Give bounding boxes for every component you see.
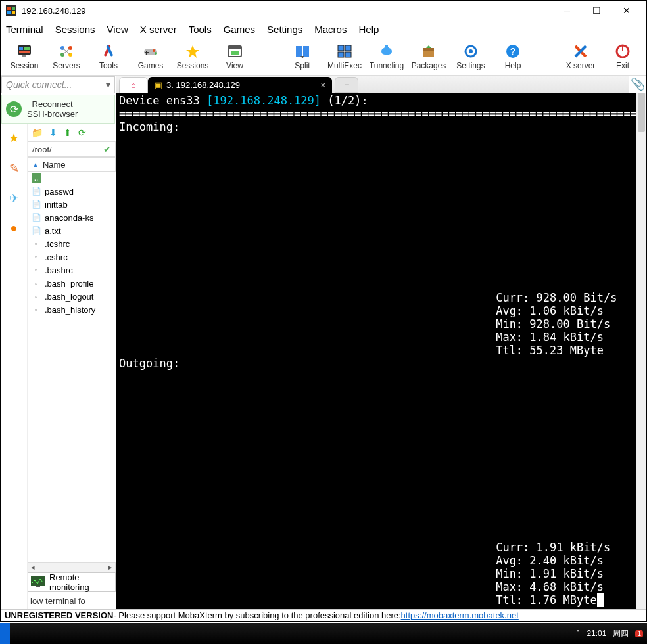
tb-split[interactable]: Split [284, 43, 321, 70]
list-item[interactable]: .... [28, 172, 116, 185]
tb-servers[interactable]: Servers [48, 43, 85, 70]
tunnel-icon [379, 43, 395, 60]
toolbar: Session Servers Tools Games Sessions Vie… [1, 37, 646, 76]
menu-tools[interactable]: Tools [189, 24, 212, 35]
terminal-scrollbar[interactable] [636, 93, 646, 609]
subscribe-link[interactable]: https://mobaxterm.mobatek.net [401, 610, 519, 620]
new-tab-button[interactable]: ＋ [335, 77, 358, 93]
list-item[interactable]: ▫.bash_history [28, 303, 116, 316]
paperclip-icon[interactable]: 📎 [629, 76, 646, 93]
window-title: 192.168.248.129 [22, 6, 552, 16]
menu-sessions[interactable]: Sessions [55, 24, 95, 35]
file-icon: ▫ [32, 305, 41, 314]
minimize-button[interactable]: ─ [552, 1, 582, 20]
svg-point-20 [155, 52, 157, 55]
file-icon: 📄 [32, 187, 41, 196]
svg-point-19 [153, 49, 155, 52]
check-icon: ✔ [103, 144, 111, 154]
list-item[interactable]: ▫.bashrc [28, 264, 116, 277]
macros-tab-icon[interactable]: ✈ [9, 191, 19, 206]
tb-multiexec[interactable]: MultiExec [326, 43, 363, 70]
h-scrollbar[interactable]: ◂▸ [28, 562, 116, 572]
list-item[interactable]: ▫.bash_logout [28, 290, 116, 303]
menu-help[interactable]: Help [358, 24, 379, 35]
terminal-tab[interactable]: ▣ 3. 192.168.248.129 × [148, 77, 332, 93]
terminal-area: ⌂ ▣ 3. 192.168.248.129 × ＋ 📎 Device ens3… [116, 76, 646, 609]
list-item[interactable]: 📄passwd [28, 185, 116, 198]
svg-rect-28 [303, 46, 309, 57]
remote-monitoring-button[interactable]: Remote monitoring [28, 572, 116, 592]
terminal-output[interactable]: Device ens33 [192.168.248.129] (1/2): ==… [116, 93, 646, 609]
date: 周四 [613, 628, 629, 639]
svg-rect-4 [12, 11, 15, 14]
help-icon: ? [505, 43, 521, 60]
close-tab-icon[interactable]: × [320, 80, 325, 90]
gear-icon [463, 43, 479, 60]
svg-rect-33 [345, 52, 351, 57]
list-item[interactable]: 📄anaconda-ks [28, 211, 116, 224]
gamepad-icon [143, 43, 158, 60]
svg-rect-48 [31, 576, 45, 586]
tb-xserver[interactable]: X server [562, 43, 599, 70]
sftp-tab-icon[interactable]: ● [11, 221, 18, 235]
menu-view[interactable]: View [107, 24, 128, 35]
menu-xserver[interactable]: X server [140, 24, 177, 35]
file-toolbar: 📁 ⬇ ⬆ ⟳ [28, 124, 116, 141]
list-item[interactable]: ▫.bash_profile [28, 277, 116, 290]
file-list-header[interactable]: ▲ Name [28, 157, 116, 172]
tb-sessions[interactable]: Sessions [174, 43, 211, 70]
upload-icon[interactable]: ⬆ [64, 127, 72, 138]
path-field[interactable]: /root/ ✔ [28, 141, 116, 157]
tools-icon [101, 43, 116, 60]
servers-icon [59, 43, 74, 60]
menu-macros[interactable]: Macros [314, 24, 347, 35]
tb-exit[interactable]: Exit [604, 43, 641, 70]
svg-rect-38 [423, 48, 434, 51]
list-item[interactable]: ▫.tcshrc [28, 237, 116, 250]
download-icon[interactable]: ⬇ [49, 127, 57, 138]
menu-settings[interactable]: Settings [267, 24, 302, 35]
file-icon: 📄 [32, 200, 41, 209]
favorites-tab-icon[interactable]: ★ [9, 131, 19, 145]
chevron-down-icon[interactable]: ▾ [106, 80, 110, 90]
sort-asc-icon: ▲ [32, 161, 39, 168]
follow-terminal-checkbox[interactable]: low terminal fo [28, 592, 116, 609]
menu-terminal[interactable]: Terminal [6, 24, 43, 35]
file-icon: ▫ [32, 292, 41, 301]
svg-point-41 [469, 49, 473, 53]
home-tab[interactable]: ⌂ [119, 77, 148, 93]
app-icon [6, 5, 16, 16]
tb-settings[interactable]: Settings [452, 43, 489, 70]
maximize-button[interactable]: ☐ [582, 1, 611, 20]
svg-rect-6 [19, 47, 23, 50]
list-item[interactable]: 📄inittab [28, 198, 116, 211]
unregistered-label: UNREGISTERED VERSION [5, 610, 113, 620]
folder-up-icon[interactable]: 📁 [32, 127, 43, 138]
svg-rect-7 [24, 47, 30, 50]
script-icon: 📄 [32, 213, 41, 222]
tb-view[interactable]: View [216, 43, 253, 70]
tb-tools[interactable]: Tools [90, 43, 127, 70]
tb-games[interactable]: Games [132, 43, 169, 70]
power-icon [615, 43, 631, 60]
svg-rect-3 [7, 11, 11, 14]
refresh-icon[interactable]: ⟳ [78, 127, 86, 138]
notification-badge[interactable]: 1 [635, 630, 643, 637]
list-item[interactable]: ▫.cshrc [28, 250, 116, 264]
quick-connect-input[interactable]: Quick connect... ▾ [1, 76, 115, 93]
menu-games[interactable]: Games [224, 24, 255, 35]
tb-tunneling[interactable]: Tunneling [368, 43, 405, 70]
tb-packages[interactable]: Packages [410, 43, 447, 70]
svg-rect-26 [231, 51, 239, 55]
close-button[interactable]: ✕ [611, 1, 641, 20]
tb-help[interactable]: ?Help [494, 43, 531, 70]
reconnect-button[interactable]: ⟳ ReconnectSSH-browser [1, 95, 115, 124]
folder-up-icon: .. [32, 173, 41, 183]
list-item[interactable]: 📄a.txt [28, 224, 116, 237]
tools-tab-icon[interactable]: ✎ [9, 161, 19, 175]
tb-session[interactable]: Session [6, 43, 43, 70]
monitor-icon [16, 43, 32, 60]
tray-chevron-up-icon[interactable]: ˄ [576, 629, 580, 638]
svg-text:?: ? [510, 46, 515, 57]
svg-rect-31 [345, 45, 351, 51]
